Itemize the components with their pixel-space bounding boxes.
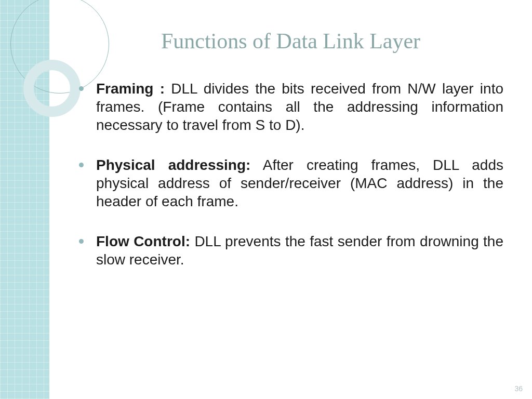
list-item: Framing : DLL divides the bits received … bbox=[94, 79, 503, 134]
slide-title: Functions of Data Link Layer bbox=[78, 29, 503, 54]
page-number: 36 bbox=[514, 384, 523, 393]
bullet-label: Flow Control: bbox=[96, 233, 190, 249]
slide: Functions of Data Link Layer Framing : D… bbox=[0, 0, 532, 399]
bullet-list: Framing : DLL divides the bits received … bbox=[78, 79, 503, 269]
bullet-label: Framing : bbox=[96, 81, 165, 97]
slide-content: Functions of Data Link Layer Framing : D… bbox=[49, 0, 532, 399]
list-item: Physical addressing: After creating fram… bbox=[94, 156, 503, 210]
bullet-label: Physical addressing: bbox=[96, 157, 250, 173]
list-item: Flow Control: DLL prevents the fast send… bbox=[94, 232, 503, 269]
